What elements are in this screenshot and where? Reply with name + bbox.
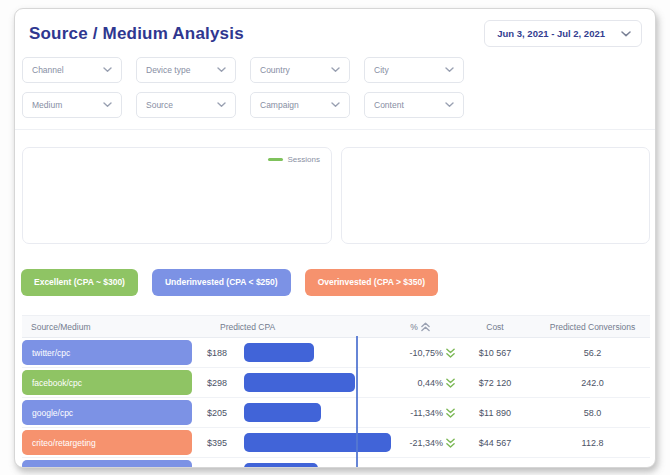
col-percent-label: % xyxy=(410,322,418,332)
cpa-target-reference-line xyxy=(356,336,358,468)
cpa-bar xyxy=(244,373,355,392)
source-medium-table: Source/Medium Predicted CPA % Cost Predi… xyxy=(22,315,650,468)
cost-conversions-chart-card xyxy=(341,147,650,244)
trend-double-chevron-down-icon xyxy=(446,408,455,418)
legend-line-swatch xyxy=(268,158,283,161)
badge-excellent[interactable]: Excellent (CPA ~ $300) xyxy=(21,269,138,296)
chevron-down-icon xyxy=(103,102,112,108)
source-pill: criteo/retargeting xyxy=(22,430,192,455)
cpa-bar xyxy=(244,433,391,452)
chevron-down-icon xyxy=(103,67,112,73)
source-pill: google/cpc xyxy=(22,400,192,425)
filter-label: Channel xyxy=(32,65,64,75)
filter-label: City xyxy=(374,65,389,75)
cost-value: $10 567 xyxy=(455,348,535,358)
filter-dropdown-device-type[interactable]: Device type xyxy=(136,57,236,83)
filter-label: Content xyxy=(374,100,404,110)
col-percent-sort[interactable]: % xyxy=(385,322,455,332)
cpa-bar xyxy=(244,403,321,422)
table-row-bing-cpc[interactable]: bing/cpc$1990,44%$83 150417.8 xyxy=(22,458,650,468)
filter-label: Device type xyxy=(146,65,190,75)
date-range-picker[interactable]: Jun 3, 2021 - Jul 2, 2021 xyxy=(484,20,642,47)
cost-value: $11 890 xyxy=(455,408,535,418)
percent-change: 0,44% xyxy=(385,468,455,469)
table-row-facebook-cpc[interactable]: facebook/cpc$2980,44%$72 120242.0 xyxy=(22,368,650,398)
trend-double-chevron-down-icon xyxy=(446,378,455,388)
chevron-down-icon xyxy=(331,67,340,73)
cpa-legend-badges: Excellent (CPA ~ $300)Underinvested (CPA… xyxy=(21,269,438,296)
sort-double-chevron-up-icon xyxy=(421,322,430,332)
chevron-down-icon xyxy=(331,102,340,108)
cpa-value: $298 xyxy=(192,378,242,388)
dashboard-card: Source / Medium Analysis Jun 3, 2021 - J… xyxy=(14,8,656,468)
filter-dropdown-source[interactable]: Source xyxy=(136,92,236,118)
trend-double-chevron-down-icon xyxy=(446,438,455,448)
filter-dropdown-campaign[interactable]: Campaign xyxy=(250,92,350,118)
filter-label: Source xyxy=(146,100,173,110)
conversions-value: 112.8 xyxy=(535,438,650,448)
table-body: twitter/cpc$188-10,75%$10 56756.2faceboo… xyxy=(22,338,650,468)
table-row-google-cpc[interactable]: google/cpc$205-11,34%$11 89058.0 xyxy=(22,398,650,428)
conversions-value: 242.0 xyxy=(535,378,650,388)
filter-dropdown-country[interactable]: Country xyxy=(250,57,350,83)
chevron-down-icon xyxy=(445,102,454,108)
badge-overinvested[interactable]: Overinvested (CPA > $350) xyxy=(305,269,438,296)
source-pill: twitter/cpc xyxy=(22,340,192,365)
col-predicted-cpa[interactable]: Predicted CPA xyxy=(192,322,385,332)
source-pill: bing/cpc xyxy=(22,460,192,468)
trend-double-chevron-down-icon xyxy=(446,348,455,358)
col-predicted-conversions[interactable]: Predicted Conversions xyxy=(535,322,650,332)
section-divider xyxy=(15,129,655,130)
sessions-chart-card: Sessions xyxy=(22,147,332,244)
percent-change: -21,34% xyxy=(385,438,455,448)
trend-double-chevron-up-icon xyxy=(446,468,455,469)
table-row-criteo-retargeting[interactable]: criteo/retargeting$395-21,34%$44 567112.… xyxy=(22,428,650,458)
cost-value: $83 150 xyxy=(455,468,535,469)
percent-change: -11,34% xyxy=(385,408,455,418)
screenshot-frame: Source / Medium Analysis Jun 3, 2021 - J… xyxy=(0,0,670,475)
filter-label: Medium xyxy=(32,100,62,110)
page-title: Source / Medium Analysis xyxy=(29,24,244,44)
chevron-down-icon xyxy=(621,31,631,37)
cpa-value: $188 xyxy=(192,348,242,358)
cpa-bar xyxy=(244,463,318,468)
badge-underinvested[interactable]: Underinvested (CPA < $250) xyxy=(152,269,291,296)
legend-label: Sessions xyxy=(288,155,320,164)
percent-change: 0,44% xyxy=(385,378,455,388)
filter-dropdown-channel[interactable]: Channel xyxy=(22,57,122,83)
filter-dropdown-city[interactable]: City xyxy=(364,57,464,83)
col-source-medium[interactable]: Source/Medium xyxy=(22,322,192,332)
cpa-value: $199 xyxy=(192,468,242,469)
table-header-row: Source/Medium Predicted CPA % Cost Predi… xyxy=(22,315,650,338)
filter-label: Country xyxy=(260,65,290,75)
chevron-down-icon xyxy=(445,67,454,73)
cpa-value: $205 xyxy=(192,408,242,418)
legend-item-sessions: Sessions xyxy=(268,155,320,164)
chevron-down-icon xyxy=(217,67,226,73)
chart-legend: Sessions xyxy=(268,155,320,164)
filter-dropdown-medium[interactable]: Medium xyxy=(22,92,122,118)
percent-change: -10,75% xyxy=(385,348,455,358)
date-range-value: Jun 3, 2021 - Jul 2, 2021 xyxy=(497,28,605,39)
source-pill: facebook/cpc xyxy=(22,370,192,395)
conversions-value: 56.2 xyxy=(535,348,650,358)
table-row-twitter-cpc[interactable]: twitter/cpc$188-10,75%$10 56756.2 xyxy=(22,338,650,368)
filter-label: Campaign xyxy=(260,100,299,110)
filter-dropdown-content[interactable]: Content xyxy=(364,92,464,118)
col-cost[interactable]: Cost xyxy=(455,322,535,332)
cpa-bar xyxy=(244,343,314,362)
conversions-value: 417.8 xyxy=(535,468,650,469)
cost-value: $44 567 xyxy=(455,438,535,448)
cpa-value: $395 xyxy=(192,438,242,448)
cost-value: $72 120 xyxy=(455,378,535,388)
chevron-down-icon xyxy=(217,102,226,108)
filters: ChannelDevice typeCountryCityMediumSourc… xyxy=(22,57,464,118)
conversions-value: 58.0 xyxy=(535,408,650,418)
